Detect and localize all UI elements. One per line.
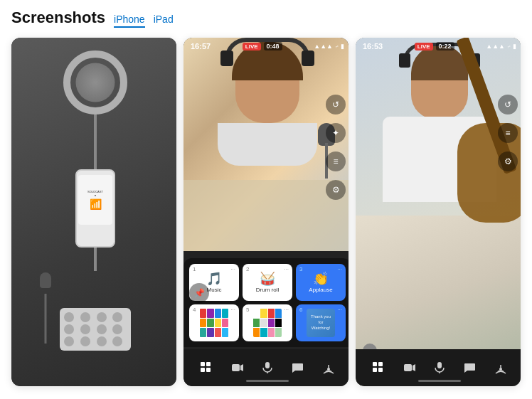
live-timer-2: 0:48 [264,42,282,50]
toolbar-grid-btn[interactable] [200,361,213,374]
svg-rect-11 [378,362,383,366]
phone-screen: SOLOCAST● 📶 [78,175,112,225]
svg-rect-4 [232,364,240,371]
list-icon[interactable]: ≡ [326,151,346,171]
home-indicator-2 [246,380,289,382]
mic-stand-pole-left [44,294,46,344]
settings-icon-3[interactable]: ⚙ [498,151,518,171]
knob-9 [64,336,74,346]
svg-rect-6 [265,362,270,368]
toolbar-video-btn[interactable] [231,363,244,373]
live-badge-2: LIVE [243,43,261,50]
toolbar-broadcast-btn-3[interactable] [494,361,507,374]
svg-rect-2 [201,368,205,372]
sound-dots-3: ··· [337,266,342,272]
person-3 [372,48,507,262]
hp-left-3 [399,53,410,68]
page-title: Screenshots [11,9,105,27]
sound-number-1: 1 [193,266,196,272]
knob-12 [112,336,122,346]
sound-number-6: 6 [299,307,302,313]
sound-emoji-3: 👏 [313,272,329,285]
pin-btn[interactable]: 📌 [189,283,209,303]
sound-dots-6: ··· [337,307,342,313]
toolbar-mic-btn-3[interactable] [435,361,445,374]
status-bar-2: 16:57 LIVE 0:48 ▲▲▲ ⌿ ▮ [183,38,349,52]
person-2 [211,45,324,201]
sound-number-4: 4 [193,307,196,313]
battery-icon: ▮ [341,43,344,50]
phone-screen-text: SOLOCAST● [87,190,103,197]
tab-ipad[interactable]: iPad [154,14,174,26]
sound-number-5: 5 [246,307,249,313]
svg-marker-15 [413,364,415,371]
overlay-icons-2: ↺ ✦ ≡ ⚙ [326,95,346,200]
knob-6 [80,324,90,334]
overlay-icons-3: ↺ ≡ ⚙ [498,95,518,171]
sound-label-2: Drum roll [256,287,279,293]
live-badge-3: LIVE [415,43,433,50]
sound-number-3: 3 [299,266,302,272]
svg-marker-5 [240,364,243,371]
svg-rect-14 [404,364,412,371]
ring-light-inner [76,63,115,102]
flip-camera-icon[interactable]: ↺ [326,95,346,115]
svg-rect-13 [378,368,383,372]
effects-icon[interactable]: ✦ [326,123,346,143]
knob-4 [112,312,122,322]
sound-dots-1: ··· [230,266,235,272]
knob-2 [80,312,90,322]
knob-3 [97,312,107,322]
color-card-5 [253,309,282,337]
sound-btn-5[interactable]: 5 ··· [243,304,292,341]
sound-emoji-2: 🥁 [260,272,275,285]
toolbar-chat-btn-3[interactable] [463,362,476,373]
screenshot-3[interactable]: 16:53 LIVE 0:22 ▲▲▲ ⌿ ▮ ↺ ≡ ⚙ [356,38,521,386]
toolbar-chat-btn[interactable] [291,362,304,373]
status-icons-3: ▲▲▲ ⌿ ▮ [486,43,516,50]
hp-left-2 [220,50,233,66]
face-area-3 [356,38,521,386]
signal-icon-3: ▲▲▲ [486,43,505,50]
status-time-2: 16:57 [191,42,211,50]
head-shape-2 [235,45,299,123]
list-icon-3[interactable]: ≡ [498,123,518,143]
live-timer-3: 0:22 [436,42,454,50]
svg-rect-16 [437,362,442,368]
soundboard-grid: 1 ··· 🎵 Music 2 ··· 🥁 Drum roll 3 ··· [189,264,346,341]
toolbar-video-btn-3[interactable] [403,363,416,373]
sound-dots-5: ··· [284,307,289,313]
knob-7 [97,324,107,334]
svg-rect-1 [206,362,211,366]
head-3 [411,48,468,119]
knob-10 [80,336,90,346]
thankyou-text: Thank you for Watching! [309,314,333,331]
page-header: Screenshots iPhone iPad [11,9,521,28]
sound-btn-3[interactable]: 3 ··· 👏 Applause [296,264,346,301]
hp-right-2 [302,50,314,66]
pin-icon[interactable]: 📌 [189,283,209,303]
screenshot-1[interactable]: SOLOCAST● 📶 [11,38,176,386]
svg-rect-12 [373,368,377,372]
face-area-2 [183,38,349,251]
tab-iphone[interactable]: iPhone [114,14,145,28]
knob-5 [64,324,74,334]
settings-icon[interactable]: ⚙ [326,180,346,200]
toolbar-mic-btn[interactable] [262,361,272,374]
sound-label-3: Applause [309,287,332,293]
sound-btn-4[interactable]: 4 ··· [189,304,239,341]
wifi-icon: ⌿ [335,43,339,50]
knob-11 [97,336,107,346]
toolbar-broadcast-btn[interactable] [322,361,335,374]
battery-icon-3: ▮ [513,43,516,50]
toolbar-grid-btn-3[interactable] [372,361,385,374]
sound-btn-2[interactable]: 2 ··· 🥁 Drum roll [243,264,292,301]
ring-light [63,50,127,115]
screenshot-2[interactable]: 16:57 LIVE 0:48 ▲▲▲ ⌿ ▮ ↺ ✦ ≡ ⚙ [183,38,349,386]
phone-device: SOLOCAST● 📶 [75,169,115,248]
sound-btn-6[interactable]: 6 ··· Thank you for Watching! [296,304,346,341]
phone-icon: 📶 [90,198,102,210]
flip-camera-icon-3[interactable]: ↺ [498,95,518,115]
status-icons-2: ▲▲▲ ⌿ ▮ [314,43,344,50]
mic-head-left [40,272,51,288]
